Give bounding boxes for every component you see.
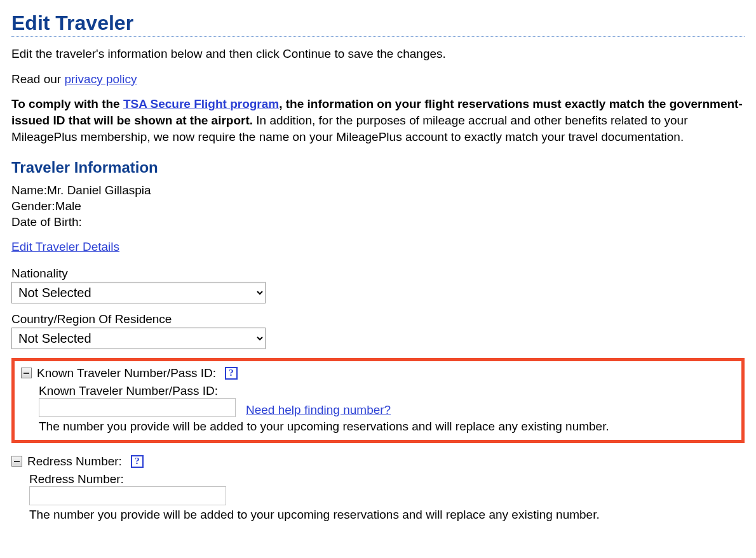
tsa-secure-flight-link[interactable]: TSA Secure Flight program [123,97,279,110]
collapse-icon[interactable] [21,368,32,378]
redress-section: Redress Number: ? Redress Number: The nu… [11,455,745,522]
redress-header: Redress Number: [27,455,122,468]
country-select[interactable]: Not Selected [11,328,266,349]
dob-label: Date of Birth: [11,215,82,229]
tsa-bold-pre: To comply with the [11,97,123,110]
nationality-select[interactable]: Not Selected [11,282,266,303]
country-group: Country/Region Of Residence Not Selected [11,312,745,349]
intro-text: Edit the traveler's information below an… [11,46,745,62]
edit-traveler-details-link[interactable]: Edit Traveler Details [11,240,119,253]
redress-note: The number you provide will be added to … [29,508,745,522]
help-icon[interactable]: ? [131,455,144,468]
help-icon[interactable]: ? [225,367,238,380]
privacy-line: Read our privacy policy [11,71,745,88]
page-title: Edit Traveler [11,11,745,37]
tsa-paragraph: To comply with the TSA Secure Flight pro… [11,96,745,145]
redress-field-label: Redress Number: [29,472,745,486]
privacy-prefix: Read our [11,72,64,86]
name-label: Name: [11,183,47,197]
ktn-header: Known Traveler Number/Pass ID: [37,366,216,380]
gender-value: Male [55,199,81,213]
collapse-icon[interactable] [11,456,22,467]
ktn-highlight-box: Known Traveler Number/Pass ID: ? Known T… [11,358,745,443]
ktn-note: The number you provide will be added to … [39,420,736,434]
redress-input[interactable] [29,486,226,505]
privacy-policy-link[interactable]: privacy policy [64,72,137,86]
gender-label: Gender: [11,199,55,213]
name-value: Mr. Daniel Gillaspia [47,183,151,197]
nationality-label: Nationality [11,267,745,281]
ktn-help-link[interactable]: Need help finding number? [246,403,391,417]
traveler-info-title: Traveler Information [11,159,745,176]
ktn-field-label: Known Traveler Number/Pass ID: [39,384,736,398]
traveler-info-block: Name:Mr. Daniel Gillaspia Gender:Male Da… [11,183,745,230]
country-label: Country/Region Of Residence [11,312,745,326]
ktn-input[interactable] [39,398,236,417]
nationality-group: Nationality Not Selected [11,267,745,303]
